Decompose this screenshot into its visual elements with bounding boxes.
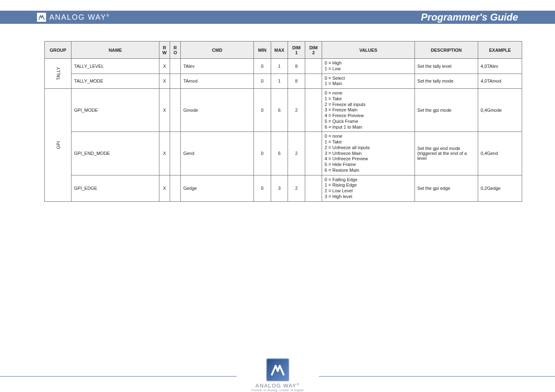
cell-values: 0 = High1 = Low (322, 59, 415, 74)
table-row: GPIGPI_MODEXGmode0620 = none1 = Take2 = … (45, 89, 522, 132)
th-ro: R O (170, 42, 181, 59)
page-title: Programmer's Guide (421, 12, 518, 23)
table-header: GROUP NAME R W R O CMD MIN MAX DIM 1 DIM… (45, 42, 522, 59)
value-item: 3 = Unfreeze Main (325, 151, 412, 157)
command-table: GROUP NAME R W R O CMD MIN MAX DIM 1 DIM… (44, 41, 522, 202)
th-name: NAME (71, 42, 159, 59)
cell-example: 4,0TAlev (478, 59, 522, 74)
cell-max: 1 (271, 74, 288, 89)
logo-glyph-icon (38, 14, 45, 21)
table-body: TALLYTALLY_LEVELXTAlev0180 = High1 = Low… (45, 59, 522, 202)
cell-name: GPI_EDGE (71, 175, 159, 201)
brand: ANALOG WAY® (37, 13, 110, 22)
cell-rw: X (159, 132, 170, 175)
cell-dim2 (305, 59, 322, 74)
cell-rw: X (159, 74, 170, 89)
cell-dim2 (305, 132, 322, 175)
footer: ANALOG WAY® Pioneer in Analog, Leader in… (0, 339, 555, 392)
th-dim1: DIM 1 (288, 42, 305, 59)
value-item: 0 = Select (325, 76, 412, 81)
cell-name: TALLY_MODE (71, 74, 159, 89)
th-rw: R W (159, 42, 170, 59)
header-bar: ANALOG WAY® Programmer's Guide (0, 11, 555, 24)
cell-dim1: 2 (288, 175, 305, 201)
cell-dim1: 2 (288, 89, 305, 132)
cell-example: 0,2Gedge (478, 175, 522, 201)
value-item: 5 = Hide Frame (325, 162, 412, 168)
group-cell: GPI (45, 89, 71, 202)
cell-rw: X (159, 59, 170, 74)
value-item: 2 = Low Level (325, 188, 412, 194)
th-values: VALUES (322, 42, 415, 59)
table-row: GPI_END_MODEXGend0620 = none1 = Take2 = … (45, 132, 522, 175)
brand-logo-icon (37, 13, 46, 22)
value-item: 0 = Falling Edge (325, 177, 412, 183)
value-item: 3 = Freeze Main (325, 107, 412, 113)
cell-dim2 (305, 175, 322, 201)
value-item: 1 = Take (325, 139, 412, 145)
th-example: EXAMPLE (478, 42, 522, 59)
cell-rw: X (159, 175, 170, 201)
value-item: 0 = none (325, 90, 412, 96)
cell-max: 6 (271, 132, 288, 175)
value-item: 1 = Take (325, 96, 412, 102)
cell-values: 0 = none1 = Take2 = Freeze all inputs3 =… (322, 89, 415, 132)
cell-cmd: Gedge (181, 175, 254, 201)
brand-name: ANALOG WAY® (49, 13, 110, 22)
cell-cmd: Gmode (181, 89, 254, 132)
table-row: GPI_EDGEXGedge0320 = Falling Edge1 = Ris… (45, 175, 522, 201)
cell-values: 0 = none1 = Take2 = Unfreeze all inputs3… (322, 132, 415, 175)
th-max: MAX (271, 42, 288, 59)
value-item: 2 = Unfreeze all inputs (325, 145, 412, 151)
cell-name: GPI_END_MODE (71, 132, 159, 175)
cell-min: 0 (254, 132, 271, 175)
value-item: 1 = Main (325, 81, 412, 87)
cell-description: Set the gpi edge (415, 175, 478, 201)
cell-min: 0 (254, 74, 271, 89)
cell-example: 4,0TAmod (478, 74, 522, 89)
cell-min: 0 (254, 59, 271, 74)
value-item: 0 = none (325, 134, 412, 139)
cell-max: 1 (271, 59, 288, 74)
cell-min: 0 (254, 175, 271, 201)
cell-values: 0 = Select1 = Main (322, 74, 415, 89)
cell-example: 0,4Gmode (478, 89, 522, 132)
footer-tagline: Pioneer in Analog, Leader in Digital (251, 389, 304, 392)
value-item: 1 = Low (325, 66, 412, 72)
cell-cmd: Gend (181, 132, 254, 175)
value-item: 3 = High level (325, 194, 412, 200)
th-dim2: DIM 2 (305, 42, 322, 59)
cell-min: 0 (254, 89, 271, 132)
cell-ro (170, 89, 181, 132)
th-min: MIN (254, 42, 271, 59)
cell-cmd: TAmod (181, 74, 254, 89)
cell-ro (170, 175, 181, 201)
cell-dim2 (305, 89, 322, 132)
footer-brand: ANALOG WAY® Pioneer in Analog, Leader in… (251, 383, 304, 392)
cell-name: GPI_MODE (71, 89, 159, 132)
cell-max: 6 (271, 89, 288, 132)
th-desc: DESCRIPTION (415, 42, 478, 59)
cell-example: 0,4Gend (478, 132, 522, 175)
cell-dim1: 2 (288, 132, 305, 175)
cell-description: Set the tally level (415, 59, 478, 74)
value-item: 6 = Restore Main (325, 168, 412, 173)
value-item: 6 = Input 1 to Main (325, 125, 412, 130)
group-cell: TALLY (45, 59, 71, 89)
th-group: GROUP (45, 42, 71, 59)
cell-name: TALLY_LEVEL (71, 59, 159, 74)
cell-rw: X (159, 89, 170, 132)
cell-cmd: TAlev (181, 59, 254, 74)
value-item: 4 = Unfreeze Preview (325, 156, 412, 162)
cell-description: Set the gpi mode (415, 89, 478, 132)
footer-logo-icon (266, 358, 289, 381)
cell-dim1: 8 (288, 59, 305, 74)
value-item: 1 = Rising Edge (325, 182, 412, 188)
th-cmd: CMD (181, 42, 254, 59)
footer-divider (0, 376, 555, 377)
value-item: 0 = High (325, 60, 412, 66)
cell-ro (170, 132, 181, 175)
cell-max: 3 (271, 175, 288, 201)
cell-values: 0 = Falling Edge1 = Rising Edge2 = Low L… (322, 175, 415, 201)
cell-ro (170, 59, 181, 74)
